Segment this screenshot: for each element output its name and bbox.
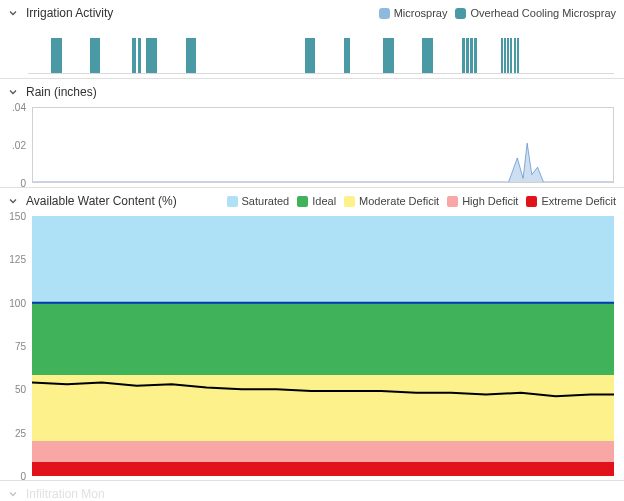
legend-extreme-deficit[interactable]: Extreme Deficit [526, 195, 616, 207]
legend-label: Overhead Cooling Microspray [470, 7, 616, 19]
irrigation-event-bar [466, 38, 469, 73]
square-icon [297, 196, 308, 207]
square-icon [227, 196, 238, 207]
ytick-label: .04 [12, 102, 26, 113]
legend-label: Saturated [242, 195, 290, 207]
ytick-label: 150 [9, 211, 26, 222]
irrigation-chart[interactable] [28, 26, 614, 74]
irrigation-event-bar [186, 38, 197, 73]
irrigation-event-bar [344, 38, 350, 73]
rain-title: Rain (inches) [26, 85, 97, 99]
ytick-label: .02 [12, 140, 26, 151]
awc-header: Available Water Content (%) SaturatedIde… [0, 188, 624, 212]
irrigation-event-bar [474, 38, 477, 73]
irrigation-event-bar [138, 38, 140, 73]
awc-chart-wrap: 0255075100125150 [0, 212, 624, 480]
chevron-down-icon[interactable] [6, 194, 20, 208]
awc-title: Available Water Content (%) [26, 194, 177, 208]
rain-yaxis: 0.02.04 [0, 107, 30, 183]
legend-overhead-cooling[interactable]: Overhead Cooling Microspray [455, 7, 616, 19]
irrigation-event-bar [462, 38, 465, 73]
chevron-down-icon[interactable] [6, 487, 20, 501]
irrigation-event-bar [146, 38, 157, 73]
legend-ideal[interactable]: Ideal [297, 195, 336, 207]
square-icon [455, 8, 466, 19]
awc-yaxis: 0255075100125150 [0, 216, 30, 476]
ytick-label: 75 [15, 341, 26, 352]
awc-chart[interactable] [32, 216, 614, 476]
irrigation-title: Irrigation Activity [26, 6, 113, 20]
square-icon [526, 196, 537, 207]
irrigation-event-bar [470, 38, 473, 73]
irrigation-event-bar [51, 38, 62, 73]
irrigation-event-bar [422, 38, 433, 73]
legend-moderate-deficit[interactable]: Moderate Deficit [344, 195, 439, 207]
infiltration-title: Infiltration Mon [26, 487, 105, 501]
ytick-label: 0 [20, 471, 26, 482]
ytick-label: 125 [9, 254, 26, 265]
infiltration-header: Infiltration Mon [0, 481, 624, 501]
square-icon [447, 196, 458, 207]
rain-section: Rain (inches) 0.02.04 [0, 79, 624, 188]
legend-label: Ideal [312, 195, 336, 207]
awc-section: Available Water Content (%) SaturatedIde… [0, 188, 624, 481]
legend-saturated[interactable]: Saturated [227, 195, 290, 207]
irrigation-header: Irrigation Activity Microspray Overhead … [0, 0, 624, 24]
legend-label: High Deficit [462, 195, 518, 207]
chevron-down-icon[interactable] [6, 6, 20, 20]
legend-high-deficit[interactable]: High Deficit [447, 195, 518, 207]
chevron-down-icon[interactable] [6, 85, 20, 99]
legend-label: Moderate Deficit [359, 195, 439, 207]
rain-chart[interactable] [32, 107, 614, 183]
legend-microspray[interactable]: Microspray [379, 7, 448, 19]
legend-label: Microspray [394, 7, 448, 19]
legend-label: Extreme Deficit [541, 195, 616, 207]
square-icon [379, 8, 390, 19]
ytick-label: 0 [20, 178, 26, 189]
irrigation-legend: Microspray Overhead Cooling Microspray [379, 7, 616, 19]
rain-header: Rain (inches) [0, 79, 624, 103]
irrigation-section: Irrigation Activity Microspray Overhead … [0, 0, 624, 79]
irrigation-event-bar [305, 38, 316, 73]
rain-chart-wrap: 0.02.04 [0, 103, 624, 187]
awc-legend: SaturatedIdealModerate DeficitHigh Defic… [227, 195, 616, 207]
ytick-label: 25 [15, 427, 26, 438]
irrigation-event-bar [510, 38, 512, 73]
ytick-label: 100 [9, 297, 26, 308]
irrigation-event-bar [132, 38, 136, 73]
ytick-label: 50 [15, 384, 26, 395]
irrigation-event-bar [90, 38, 101, 73]
square-icon [344, 196, 355, 207]
irrigation-event-bar [517, 38, 519, 73]
irrigation-event-bar [383, 38, 394, 73]
